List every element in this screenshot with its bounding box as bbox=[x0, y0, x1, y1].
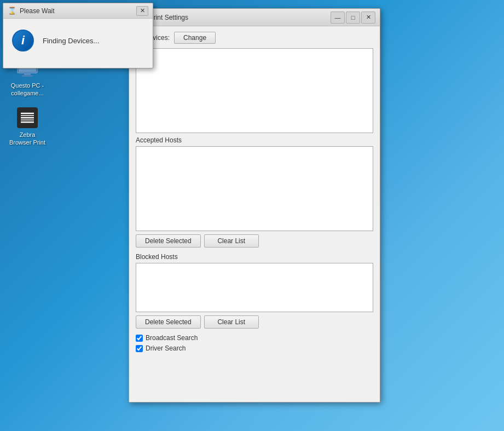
dialog-title-icon: ⌛ bbox=[8, 7, 16, 15]
maximize-button[interactable]: □ bbox=[346, 12, 360, 24]
dialog-titlebar: ⌛ Please Wait ✕ bbox=[3, 3, 153, 19]
desktop: Microsoft Edge Questo PC - collegame... bbox=[0, 0, 504, 431]
accepted-hosts-buttons: Delete Selected Clear List bbox=[136, 234, 373, 248]
svg-rect-6 bbox=[22, 75, 33, 77]
delete-selected-1-button[interactable]: Delete Selected bbox=[136, 234, 201, 248]
desktop-icon-zebra[interactable]: Zebra Browser Print bbox=[5, 105, 49, 149]
clear-list-1-button[interactable]: Clear List bbox=[204, 234, 259, 248]
dialog-content: i Finding Devices... bbox=[3, 19, 153, 62]
broadcast-search-label[interactable]: Broadcast Search bbox=[146, 334, 198, 342]
broadcast-search-checkbox[interactable] bbox=[136, 335, 143, 342]
dialog-close-button[interactable]: ✕ bbox=[136, 6, 148, 16]
settings-window: wser Print Settings — □ ✕ ult Devices: C… bbox=[129, 8, 380, 403]
settings-window-content: ult Devices: Change Accepted Hosts Delet… bbox=[129, 26, 380, 402]
default-devices-row: ult Devices: Change bbox=[136, 32, 373, 44]
settings-window-title: wser Print Settings bbox=[134, 14, 331, 21]
change-button[interactable]: Change bbox=[174, 32, 216, 44]
svg-rect-5 bbox=[24, 73, 31, 75]
blocked-hosts-header: Blocked Hosts bbox=[136, 253, 373, 261]
dialog-title-text: Please Wait bbox=[20, 7, 136, 15]
minimize-button[interactable]: — bbox=[331, 12, 345, 24]
blocked-hosts-list[interactable] bbox=[136, 263, 373, 312]
pc-icon-label: Questo PC - collegame... bbox=[11, 82, 44, 97]
window-controls: — □ ✕ bbox=[331, 12, 375, 24]
hourglass-icon: ⌛ bbox=[8, 7, 16, 15]
please-wait-dialog: ⌛ Please Wait ✕ i Finding Devices... bbox=[3, 3, 153, 68]
driver-search-checkbox[interactable] bbox=[136, 345, 143, 352]
clear-list-2-button[interactable]: Clear List bbox=[204, 315, 259, 329]
broadcast-search-row: Broadcast Search bbox=[136, 334, 373, 342]
accepted-hosts-header: Accepted Hosts bbox=[136, 136, 373, 144]
driver-search-row: Driver Search bbox=[136, 344, 373, 352]
zebra-icon-label: Zebra Browser Print bbox=[9, 131, 45, 147]
info-icon: i bbox=[12, 30, 34, 51]
default-devices-list[interactable] bbox=[136, 48, 373, 133]
driver-search-label[interactable]: Driver Search bbox=[146, 344, 186, 352]
settings-window-titlebar: wser Print Settings — □ ✕ bbox=[129, 9, 380, 26]
finding-devices-text: Finding Devices... bbox=[43, 37, 99, 45]
delete-selected-2-button[interactable]: Delete Selected bbox=[136, 315, 201, 329]
blocked-hosts-buttons: Delete Selected Clear List bbox=[136, 315, 373, 329]
close-button[interactable]: ✕ bbox=[361, 12, 375, 24]
accepted-hosts-list[interactable] bbox=[136, 146, 373, 231]
zebra-icon bbox=[16, 107, 38, 129]
